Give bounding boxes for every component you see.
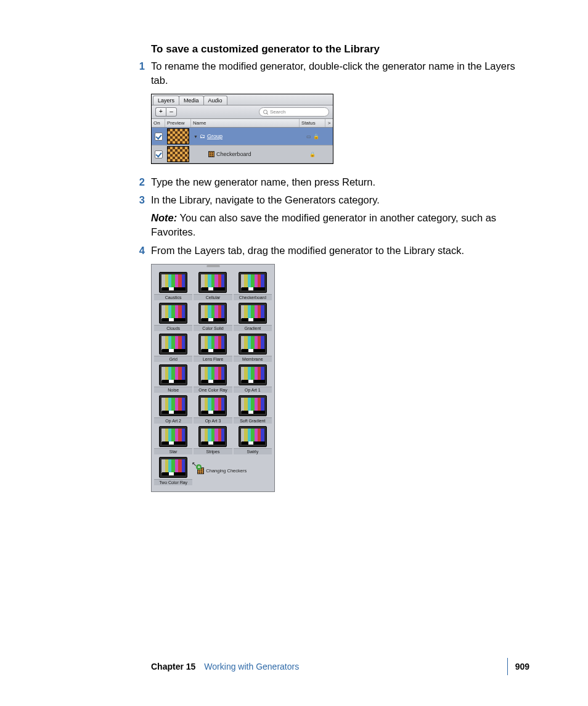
remove-button[interactable]: – bbox=[166, 107, 177, 117]
step-number: 3 bbox=[136, 193, 145, 207]
stack-icon: ▭ bbox=[306, 134, 311, 139]
library-thumbnail bbox=[159, 395, 187, 416]
library-thumbnail bbox=[239, 364, 267, 385]
library-item-label: Swirly bbox=[234, 448, 272, 454]
library-thumbnail bbox=[159, 426, 187, 447]
library-item[interactable]: Grid bbox=[154, 334, 192, 362]
search-input[interactable]: Search bbox=[259, 107, 329, 117]
library-item-label: Op Art 3 bbox=[194, 417, 232, 424]
library-thumbnail bbox=[239, 272, 267, 293]
library-thumbnail bbox=[159, 364, 187, 385]
search-icon bbox=[263, 110, 268, 115]
library-item-label: Noise bbox=[154, 387, 192, 393]
library-grid-screenshot: CausticsCellularCheckerboardCloudsColor … bbox=[151, 264, 275, 492]
step-text: In the Library, navigate to the Generato… bbox=[151, 193, 529, 207]
library-item-label: Membrane bbox=[234, 356, 272, 362]
library-item[interactable]: Clouds bbox=[154, 303, 192, 331]
library-thumbnail bbox=[239, 303, 267, 324]
library-item[interactable]: Stripes bbox=[194, 426, 232, 454]
library-item-label: Stripes bbox=[194, 448, 232, 454]
library-thumbnail bbox=[239, 334, 267, 355]
disclosure-triangle-icon[interactable]: ▼ bbox=[194, 134, 198, 139]
library-item[interactable]: Caustics bbox=[154, 272, 192, 300]
library-item-label: One Color Ray bbox=[194, 387, 232, 393]
library-item[interactable]: Star bbox=[154, 426, 192, 454]
column-expand[interactable]: > bbox=[325, 119, 333, 127]
library-item-label: Star bbox=[154, 448, 192, 454]
visibility-checkbox[interactable] bbox=[155, 150, 163, 158]
library-item[interactable]: Op Art 3 bbox=[194, 395, 232, 424]
panel-resize-handle-icon[interactable] bbox=[206, 265, 220, 267]
library-item[interactable]: Color Solid bbox=[194, 303, 232, 331]
preview-thumbnail bbox=[167, 128, 189, 144]
section-heading: To save a customized generator to the Li… bbox=[151, 43, 529, 55]
library-item[interactable]: Gradient bbox=[234, 303, 272, 331]
step-number: 1 bbox=[136, 59, 145, 73]
lock-icon: 🔒 bbox=[313, 134, 319, 139]
library-thumbnail bbox=[198, 395, 227, 416]
layer-row-group[interactable]: ▼ 🗂 Group ▭ 🔒 bbox=[152, 128, 333, 146]
library-item[interactable]: Noise bbox=[154, 364, 192, 393]
group-name[interactable]: Group bbox=[207, 133, 223, 139]
page-number: 909 bbox=[515, 662, 529, 671]
library-item[interactable]: One Color Ray bbox=[194, 364, 232, 393]
library-thumbnail bbox=[159, 457, 187, 478]
library-thumbnail bbox=[198, 334, 227, 355]
library-item[interactable]: Two Color Ray bbox=[154, 457, 192, 485]
layer-name[interactable]: Checkerboard bbox=[216, 151, 251, 157]
library-item-label: Soft Gradient bbox=[234, 417, 272, 424]
layers-panel-screenshot: Layers Media Audio + – Search On Preview… bbox=[151, 94, 333, 164]
library-item-label: Lens Flare bbox=[194, 356, 232, 362]
visibility-checkbox[interactable] bbox=[155, 133, 163, 141]
library-item-label: Op Art 1 bbox=[234, 387, 272, 393]
library-item[interactable]: Cellular bbox=[194, 272, 232, 300]
footer-divider bbox=[507, 658, 508, 675]
note-text: You can also save the modified generator… bbox=[151, 212, 496, 237]
step-number: 2 bbox=[136, 175, 145, 189]
library-item[interactable]: Checkerboard bbox=[234, 272, 272, 300]
library-item[interactable]: Op Art 1 bbox=[234, 364, 272, 393]
library-thumbnail bbox=[198, 272, 227, 293]
library-item-label: Gradient bbox=[234, 325, 272, 331]
step-2: 2 Type the new generator name, then pres… bbox=[151, 175, 529, 189]
column-on: On bbox=[152, 119, 165, 127]
library-thumbnail bbox=[239, 395, 267, 416]
column-preview: Preview bbox=[165, 119, 191, 127]
drag-ghost: ↖+Changing Checkers bbox=[194, 457, 272, 485]
library-thumbnail bbox=[198, 364, 227, 385]
library-thumbnail bbox=[159, 334, 187, 355]
drag-label: Changing Checkers bbox=[206, 468, 247, 474]
library-item[interactable]: Lens Flare bbox=[194, 334, 232, 362]
library-thumbnail bbox=[159, 303, 187, 324]
step-3: 3 In the Library, navigate to the Genera… bbox=[151, 193, 529, 207]
add-badge-icon: + bbox=[196, 464, 202, 470]
search-placeholder: Search bbox=[270, 109, 285, 115]
library-thumbnail bbox=[239, 426, 267, 447]
library-item-label: Cellular bbox=[194, 294, 232, 300]
library-item[interactable]: Swirly bbox=[234, 426, 272, 454]
layer-row-item[interactable]: Checkerboard 🔒 bbox=[152, 146, 333, 163]
column-name: Name bbox=[191, 119, 300, 127]
library-thumbnail bbox=[198, 303, 227, 324]
library-item[interactable]: Soft Gradient bbox=[234, 395, 272, 424]
step-1: 1 To rename the modified generator, doub… bbox=[151, 59, 529, 88]
column-status: Status bbox=[300, 119, 325, 127]
preview-thumbnail bbox=[167, 146, 189, 162]
library-item[interactable]: Op Art 2 bbox=[154, 395, 192, 424]
add-button[interactable]: + bbox=[155, 107, 166, 117]
tab-audio[interactable]: Audio bbox=[203, 96, 227, 105]
tab-layers[interactable]: Layers bbox=[153, 96, 179, 105]
page-footer: Chapter 15 Working with Generators 909 bbox=[151, 658, 529, 675]
library-item-label: Color Solid bbox=[194, 325, 232, 331]
library-item-label: Checkerboard bbox=[234, 294, 272, 300]
step-text: To rename the modified generator, double… bbox=[151, 59, 529, 88]
step-text: From the Layers tab, drag the modified g… bbox=[151, 244, 529, 258]
note-label: Note: bbox=[151, 212, 177, 223]
library-item-label: Op Art 2 bbox=[154, 417, 192, 424]
chapter-title: Working with Generators bbox=[204, 662, 299, 671]
library-item-label: Grid bbox=[154, 356, 192, 362]
step-text: Type the new generator name, then press … bbox=[151, 175, 529, 189]
note-line: Note: You can also save the modified gen… bbox=[151, 211, 529, 239]
tab-media[interactable]: Media bbox=[179, 96, 204, 105]
library-item[interactable]: Membrane bbox=[234, 334, 272, 362]
